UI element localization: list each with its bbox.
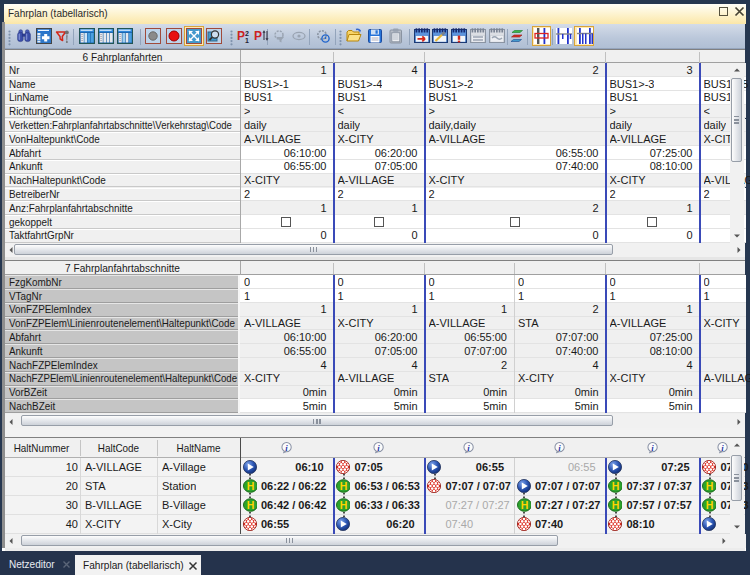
svg-text:1: 1 [245,37,249,44]
svg-text:2: 2 [245,30,249,37]
svg-text:P: P [237,29,245,43]
svg-text:P: P [254,29,262,43]
